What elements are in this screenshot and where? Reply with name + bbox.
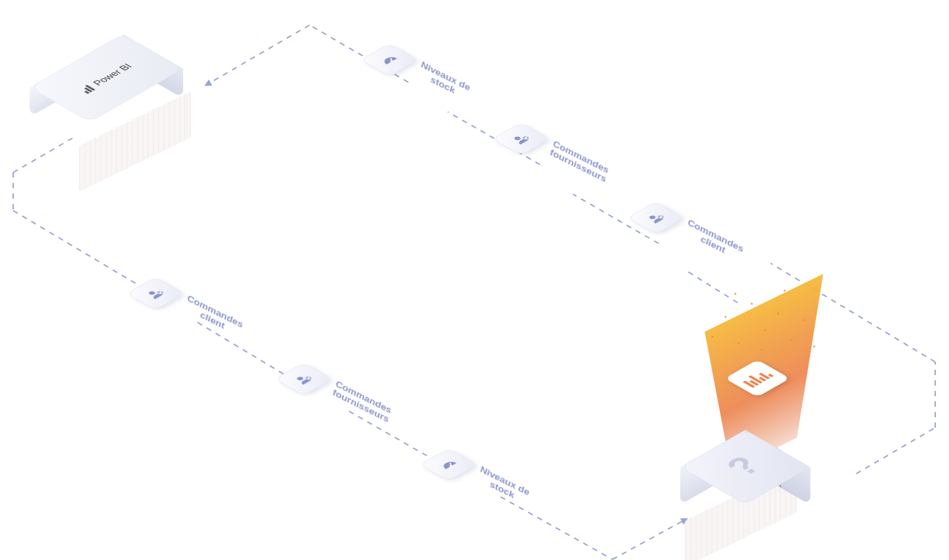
- powerbi-label: Power BI: [91, 62, 134, 87]
- hologram-particles: [698, 283, 830, 362]
- question-mark-icon: ?: [717, 451, 770, 482]
- node-top-supplier-orders: Commandes fournisseurs: [501, 118, 632, 159]
- user-check-icon: [627, 201, 685, 234]
- user-check-icon: [275, 363, 333, 395]
- node-label: Commandes client: [183, 293, 244, 339]
- gauge-icon: [420, 448, 477, 481]
- svg-point-5: [648, 215, 657, 220]
- barcode-chip-icon: [725, 360, 790, 397]
- diagram-stage: { "colors": { "line": "#9aa4d4", "label"…: [0, 0, 949, 560]
- node-bottom-stock-levels: Niveaux de stock: [428, 444, 560, 485]
- svg-point-10: [304, 376, 313, 381]
- node-top-client-orders: Commandes client: [636, 197, 767, 238]
- powerbi-icon: [79, 84, 95, 94]
- svg-point-6: [657, 215, 665, 220]
- node-label: Commandes fournisseurs: [331, 378, 393, 424]
- svg-point-8: [156, 290, 165, 295]
- user-check-icon: [492, 122, 550, 155]
- gauge-icon: [360, 43, 418, 76]
- node-top-stock-levels: Niveaux de stock: [369, 39, 501, 80]
- svg-point-3: [513, 136, 522, 141]
- svg-point-7: [148, 290, 156, 295]
- node-label: Niveaux de stock: [417, 59, 472, 102]
- node-label: Commandes fournisseurs: [549, 138, 610, 184]
- node-label: Niveaux de stock: [476, 464, 531, 507]
- svg-rect-2: [390, 58, 392, 61]
- svg-point-4: [522, 136, 530, 141]
- svg-point-9: [296, 376, 304, 381]
- node-bottom-supplier-orders: Commandes fournisseurs: [283, 359, 415, 399]
- user-check-icon: [126, 277, 184, 310]
- svg-point-1: [390, 60, 394, 63]
- endpoint-powerbi: Power BI: [40, 20, 211, 158]
- svg-rect-12: [449, 463, 451, 466]
- svg-point-11: [449, 465, 454, 467]
- node-label: Commandes client: [684, 217, 745, 263]
- endpoint-monstock: stock mon ?: [672, 309, 856, 526]
- node-bottom-client-orders: Commandes client: [135, 273, 267, 314]
